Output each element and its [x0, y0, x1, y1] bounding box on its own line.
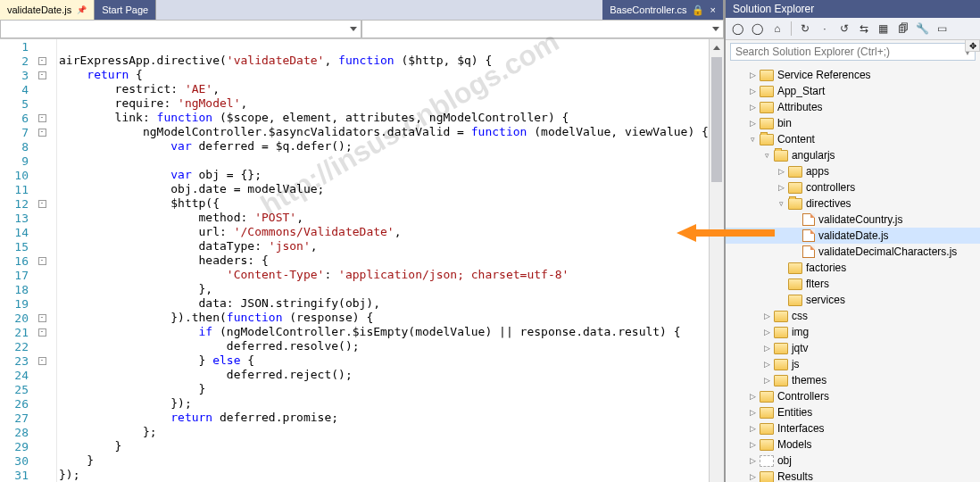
tree-node-entities[interactable]: ▷Entities — [726, 404, 980, 420]
chevron-right-icon[interactable]: ▷ — [747, 119, 760, 128]
tree-node-jqtv[interactable]: ▷jqtv — [726, 340, 980, 356]
code-line[interactable]: var deferred = $q.defer(); — [59, 139, 709, 154]
code-editor[interactable]: 12-3-456-7-89101112-13141516-17181920-21… — [0, 39, 724, 482]
code-line[interactable]: $http({ — [59, 196, 709, 211]
tab-base-controller[interactable]: BaseController.cs🔒× — [602, 0, 724, 20]
home-icon[interactable]: ⌂ — [769, 21, 785, 37]
chevron-right-icon[interactable]: ▷ — [776, 183, 788, 192]
tree-node-services[interactable]: ▷services — [726, 292, 980, 308]
solution-search[interactable]: ▾ — [730, 43, 976, 61]
code-line[interactable]: return { — [59, 68, 709, 82]
close-icon[interactable]: × — [710, 4, 715, 15]
code-line[interactable]: } else { — [59, 353, 709, 368]
sync-icon[interactable]: ↻ — [797, 21, 813, 37]
chevron-right-icon[interactable]: ▷ — [747, 71, 760, 79]
code-line[interactable]: url: '/Commons/ValidateDate', — [59, 225, 709, 239]
chevron-right-icon[interactable]: ▷ — [747, 408, 760, 417]
split-view-icon[interactable]: ✥ — [965, 39, 980, 52]
chevron-right-icon[interactable]: ▷ — [747, 424, 760, 433]
tree-node-js[interactable]: ▷js — [726, 356, 980, 372]
forward-icon[interactable]: ◯ — [750, 21, 766, 37]
code-line[interactable]: data: JSON.stringify(obj), — [59, 296, 709, 311]
chevron-right-icon[interactable]: ▷ — [747, 87, 760, 96]
code-line[interactable]: } — [59, 439, 709, 453]
tree-node-factories[interactable]: ▷factories — [726, 260, 980, 276]
code-line[interactable]: ngModelController.$asyncValidators.dataV… — [59, 125, 709, 139]
tab-start-page[interactable]: Start Page — [95, 0, 156, 20]
chevron-right-icon[interactable]: ▷ — [747, 103, 760, 112]
code-line[interactable]: }); — [59, 396, 709, 411]
tree-node-content[interactable]: ▿Content — [726, 131, 980, 147]
solution-tree[interactable]: ▷Service References▷App_Start▷Attributes… — [726, 63, 980, 482]
back-icon[interactable]: ◯ — [730, 21, 746, 37]
fold-toggle[interactable]: - — [38, 257, 46, 265]
chevron-down-icon[interactable]: ▿ — [776, 199, 788, 208]
chevron-right-icon[interactable]: ▷ — [761, 312, 774, 320]
code-line[interactable]: } — [59, 453, 709, 468]
code-line[interactable]: return deferred.promise; — [59, 411, 709, 425]
code-line[interactable]: }, — [59, 282, 709, 296]
fold-toggle[interactable]: - — [38, 328, 46, 337]
code-line[interactable]: dataType: 'json', — [59, 239, 709, 253]
chevron-down-icon[interactable]: ▿ — [761, 151, 774, 160]
fold-toggle[interactable]: - — [38, 357, 46, 365]
refresh-icon[interactable]: ↺ — [836, 21, 852, 37]
tree-node-themes[interactable]: ▷themes — [726, 372, 980, 388]
code-line[interactable]: require: 'ngModel', — [59, 96, 709, 111]
fold-toggle[interactable]: - — [38, 71, 46, 79]
tree-node-service-references[interactable]: ▷Service References — [726, 67, 980, 83]
code-body[interactable]: airExpressApp.directive('validateDate', … — [57, 39, 709, 482]
chevron-right-icon[interactable]: ▷ — [747, 440, 760, 449]
tree-node-flters[interactable]: ▷flters — [726, 276, 980, 292]
fold-toggle[interactable]: - — [38, 314, 46, 322]
tree-node-css[interactable]: ▷css — [726, 308, 980, 324]
tree-node-controllers[interactable]: ▷controllers — [726, 179, 980, 195]
code-line[interactable]: deferred.resolve(); — [59, 339, 709, 353]
code-line[interactable]: method: 'POST', — [59, 211, 709, 225]
chevron-right-icon[interactable]: ▷ — [761, 344, 774, 353]
tab-validate-date[interactable]: validateDate.js📌 — [0, 0, 95, 20]
member-dropdown[interactable] — [361, 20, 723, 38]
tree-node-validatedecimalcharacters-js[interactable]: ▷validateDecimalCharacters.js — [726, 244, 980, 260]
code-line[interactable]: obj.date = modelValue; — [59, 182, 709, 196]
tree-node-angularjs[interactable]: ▿angularjs — [726, 147, 980, 163]
code-line[interactable]: } — [59, 382, 709, 396]
tree-node-directives[interactable]: ▿directives — [726, 195, 980, 212]
chevron-right-icon[interactable]: ▷ — [747, 472, 760, 481]
chevron-right-icon[interactable]: ▷ — [761, 376, 774, 385]
code-line[interactable]: airExpressApp.directive('validateDate', … — [59, 54, 709, 68]
fold-toggle[interactable]: - — [38, 114, 46, 122]
fold-toggle[interactable]: - — [38, 57, 46, 65]
vertical-scrollbar[interactable] — [709, 39, 724, 482]
code-line[interactable]: }); — [59, 468, 709, 482]
tree-node-obj[interactable]: ▷obj — [726, 453, 980, 469]
chevron-right-icon[interactable]: ▷ — [761, 328, 774, 337]
code-line[interactable]: }).then(function (response) { — [59, 311, 709, 325]
tree-node-controllers[interactable]: ▷Controllers — [726, 388, 980, 404]
tree-node-models[interactable]: ▷Models — [726, 436, 980, 453]
tree-node-results[interactable]: ▷Results — [726, 469, 980, 482]
search-input[interactable] — [735, 46, 965, 58]
code-line[interactable]: headers: { — [59, 253, 709, 268]
code-line[interactable]: var obj = {}; — [59, 168, 709, 182]
collapse-icon[interactable]: ⇆ — [856, 21, 872, 37]
scope-dropdown[interactable] — [0, 20, 361, 38]
chevron-down-icon[interactable]: ▿ — [747, 135, 760, 144]
scroll-thumb[interactable] — [711, 57, 722, 182]
chevron-right-icon[interactable]: ▷ — [776, 167, 788, 176]
pending-icon[interactable]: · — [817, 21, 833, 37]
tree-node-apps[interactable]: ▷apps — [726, 163, 980, 179]
tree-node-app-start[interactable]: ▷App_Start — [726, 83, 980, 99]
code-line[interactable] — [59, 154, 709, 168]
pin-icon[interactable]: 📌 — [77, 5, 87, 14]
code-line[interactable]: if (ngModelController.$isEmpty(modelValu… — [59, 325, 709, 339]
chevron-right-icon[interactable]: ▷ — [761, 360, 774, 369]
code-line[interactable]: link: function ($scope, element, attribu… — [59, 111, 709, 125]
tree-node-img[interactable]: ▷img — [726, 324, 980, 340]
scroll-up-icon[interactable] — [712, 43, 722, 53]
code-line[interactable]: deferred.reject(); — [59, 368, 709, 382]
fold-toggle[interactable]: - — [38, 200, 46, 208]
chevron-right-icon[interactable]: ▷ — [747, 456, 760, 465]
fold-toggle[interactable]: - — [38, 129, 46, 137]
tree-node-interfaces[interactable]: ▷Interfaces — [726, 420, 980, 436]
